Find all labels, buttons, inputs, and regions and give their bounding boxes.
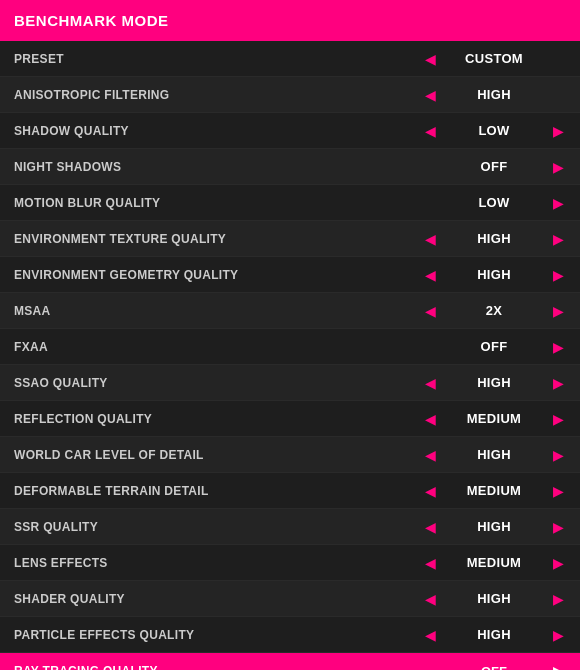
right-arrow-button[interactable]: ▶ bbox=[544, 477, 572, 505]
header-title: BENCHMARK MODE bbox=[14, 12, 169, 29]
left-arrow-button[interactable]: ◀ bbox=[416, 513, 444, 541]
setting-label: ANISOTROPIC FILTERING bbox=[0, 80, 360, 110]
left-arrow-button[interactable]: ◀ bbox=[416, 117, 444, 145]
setting-row: NIGHT SHADOWS◀OFF▶ bbox=[0, 149, 580, 185]
benchmark-mode-panel: BENCHMARK MODE PRESET◀CUSTOM▶ANISOTROPIC… bbox=[0, 0, 580, 670]
ray-tracing-label: RAY TRACING QUALITY bbox=[0, 656, 360, 670]
setting-label: SHADER QUALITY bbox=[0, 584, 360, 614]
left-arrow-button[interactable]: ◀ bbox=[416, 225, 444, 253]
setting-label: PARTICLE EFFECTS QUALITY bbox=[0, 620, 360, 650]
setting-control: ◀HIGH▶ bbox=[360, 621, 580, 649]
setting-row: SSR QUALITY◀HIGH▶ bbox=[0, 509, 580, 545]
left-arrow-button[interactable]: ◀ bbox=[416, 297, 444, 325]
setting-row: WORLD CAR LEVEL OF DETAIL◀HIGH▶ bbox=[0, 437, 580, 473]
setting-control: ◀HIGH▶ bbox=[360, 513, 580, 541]
ray-tracing-right-arrow[interactable]: ▶ bbox=[544, 657, 572, 670]
right-arrow-button[interactable]: ▶ bbox=[544, 117, 572, 145]
setting-control: ◀2X▶ bbox=[360, 297, 580, 325]
left-arrow-button[interactable]: ◀ bbox=[416, 261, 444, 289]
setting-row: SHADER QUALITY◀HIGH▶ bbox=[0, 581, 580, 617]
setting-row: REFLECTION QUALITY◀MEDIUM▶ bbox=[0, 401, 580, 437]
right-arrow-button[interactable]: ▶ bbox=[544, 405, 572, 433]
settings-list: PRESET◀CUSTOM▶ANISOTROPIC FILTERING◀HIGH… bbox=[0, 41, 580, 653]
setting-label: ENVIRONMENT TEXTURE QUALITY bbox=[0, 224, 360, 254]
left-arrow-button[interactable]: ◀ bbox=[416, 369, 444, 397]
setting-row: PARTICLE EFFECTS QUALITY◀HIGH▶ bbox=[0, 617, 580, 653]
setting-label: SHADOW QUALITY bbox=[0, 116, 360, 146]
setting-row: ENVIRONMENT TEXTURE QUALITY◀HIGH▶ bbox=[0, 221, 580, 257]
setting-control: ◀HIGH▶ bbox=[360, 225, 580, 253]
setting-label: WORLD CAR LEVEL OF DETAIL bbox=[0, 440, 360, 470]
setting-row: SSAO QUALITY◀HIGH▶ bbox=[0, 365, 580, 401]
setting-row: DEFORMABLE TERRAIN DETAIL◀MEDIUM▶ bbox=[0, 473, 580, 509]
setting-value: MEDIUM bbox=[444, 411, 544, 426]
setting-value: 2X bbox=[444, 303, 544, 318]
left-arrow-button[interactable]: ◀ bbox=[416, 585, 444, 613]
right-arrow-button[interactable]: ▶ bbox=[544, 333, 572, 361]
left-arrow-button[interactable]: ◀ bbox=[416, 45, 444, 73]
setting-value: HIGH bbox=[444, 519, 544, 534]
setting-value: MEDIUM bbox=[444, 483, 544, 498]
setting-value: HIGH bbox=[444, 627, 544, 642]
setting-control: ◀LOW▶ bbox=[360, 189, 580, 217]
setting-value: HIGH bbox=[444, 231, 544, 246]
left-arrow-button[interactable]: ◀ bbox=[416, 549, 444, 577]
setting-row: SHADOW QUALITY◀LOW▶ bbox=[0, 113, 580, 149]
setting-control: ◀CUSTOM▶ bbox=[360, 45, 580, 73]
right-arrow-button[interactable]: ▶ bbox=[544, 585, 572, 613]
setting-label: PRESET bbox=[0, 44, 360, 74]
setting-label: SSR QUALITY bbox=[0, 512, 360, 542]
right-arrow-button[interactable]: ▶ bbox=[544, 261, 572, 289]
setting-label: FXAA bbox=[0, 332, 360, 362]
setting-value: CUSTOM bbox=[444, 51, 544, 66]
setting-value: HIGH bbox=[444, 375, 544, 390]
setting-value: HIGH bbox=[444, 447, 544, 462]
left-arrow-button[interactable]: ◀ bbox=[416, 441, 444, 469]
setting-control: ◀OFF▶ bbox=[360, 153, 580, 181]
right-arrow-button[interactable]: ▶ bbox=[544, 297, 572, 325]
panel-header: BENCHMARK MODE bbox=[0, 0, 580, 41]
setting-label: REFLECTION QUALITY bbox=[0, 404, 360, 434]
ray-tracing-control: ◀ OFF ▶ bbox=[360, 657, 580, 670]
ray-tracing-value: OFF bbox=[444, 664, 544, 671]
setting-row: ANISOTROPIC FILTERING◀HIGH▶ bbox=[0, 77, 580, 113]
setting-label: MSAA bbox=[0, 296, 360, 326]
setting-row: LENS EFFECTS◀MEDIUM▶ bbox=[0, 545, 580, 581]
setting-value: OFF bbox=[444, 339, 544, 354]
setting-row: FXAA◀OFF▶ bbox=[0, 329, 580, 365]
right-arrow-button[interactable]: ▶ bbox=[544, 549, 572, 577]
setting-label: LENS EFFECTS bbox=[0, 548, 360, 578]
setting-label: SSAO QUALITY bbox=[0, 368, 360, 398]
setting-row: MOTION BLUR QUALITY◀LOW▶ bbox=[0, 185, 580, 221]
setting-control: ◀OFF▶ bbox=[360, 333, 580, 361]
right-arrow-button[interactable]: ▶ bbox=[544, 369, 572, 397]
right-arrow-button[interactable]: ▶ bbox=[544, 441, 572, 469]
right-arrow-button[interactable]: ▶ bbox=[544, 621, 572, 649]
setting-label: NIGHT SHADOWS bbox=[0, 152, 360, 182]
right-arrow-button[interactable]: ▶ bbox=[544, 189, 572, 217]
setting-label: DEFORMABLE TERRAIN DETAIL bbox=[0, 476, 360, 506]
setting-control: ◀MEDIUM▶ bbox=[360, 405, 580, 433]
setting-value: LOW bbox=[444, 195, 544, 210]
setting-row: PRESET◀CUSTOM▶ bbox=[0, 41, 580, 77]
setting-control: ◀LOW▶ bbox=[360, 117, 580, 145]
right-arrow-button[interactable]: ▶ bbox=[544, 153, 572, 181]
setting-row: MSAA◀2X▶ bbox=[0, 293, 580, 329]
setting-control: ◀HIGH▶ bbox=[360, 585, 580, 613]
right-arrow-button[interactable]: ▶ bbox=[544, 513, 572, 541]
left-arrow-button[interactable]: ◀ bbox=[416, 405, 444, 433]
setting-control: ◀HIGH▶ bbox=[360, 441, 580, 469]
left-arrow-button[interactable]: ◀ bbox=[416, 81, 444, 109]
setting-control: ◀MEDIUM▶ bbox=[360, 549, 580, 577]
setting-control: ◀HIGH▶ bbox=[360, 369, 580, 397]
ray-tracing-row: RAY TRACING QUALITY ◀ OFF ▶ bbox=[0, 653, 580, 670]
setting-row: ENVIRONMENT GEOMETRY QUALITY◀HIGH▶ bbox=[0, 257, 580, 293]
left-arrow-button[interactable]: ◀ bbox=[416, 477, 444, 505]
setting-value: OFF bbox=[444, 159, 544, 174]
left-arrow-button[interactable]: ◀ bbox=[416, 621, 444, 649]
setting-value: HIGH bbox=[444, 267, 544, 282]
setting-value: LOW bbox=[444, 123, 544, 138]
right-arrow-button[interactable]: ▶ bbox=[544, 225, 572, 253]
setting-label: ENVIRONMENT GEOMETRY QUALITY bbox=[0, 260, 360, 290]
setting-value: MEDIUM bbox=[444, 555, 544, 570]
